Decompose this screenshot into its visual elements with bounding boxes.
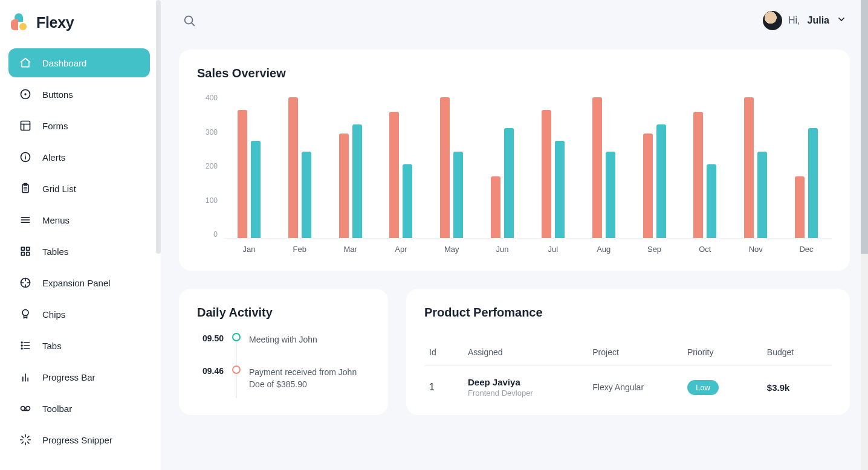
chart-bar-group — [730, 94, 781, 238]
chart-bar — [238, 110, 247, 238]
x-tick: Dec — [781, 245, 832, 254]
sidebar-item-label: Alerts — [42, 152, 65, 163]
activity-time: 09.46 — [197, 365, 224, 376]
chart-bar — [491, 176, 500, 238]
sidebar-item-label: Progress Snipper — [42, 435, 112, 445]
y-tick: 400 — [206, 94, 218, 102]
x-tick: Jan — [224, 245, 274, 254]
sidebar-item-expansion-panel[interactable]: Expansion Panel — [8, 268, 150, 297]
menu-icon — [19, 214, 31, 226]
sidebar-item-label: Progress Bar — [42, 372, 96, 382]
sidebar-scrollbar-thumb[interactable] — [156, 0, 161, 254]
user-menu[interactable]: Hi, Julia — [763, 11, 846, 30]
sidebar-item-tables[interactable]: Tables — [8, 237, 150, 266]
x-tick: Nov — [730, 245, 781, 254]
chart-bar — [453, 152, 463, 238]
col-project: Project — [592, 347, 682, 357]
col-budget: Budget — [767, 347, 827, 357]
chart-bar — [757, 152, 767, 238]
x-tick: Aug — [578, 245, 629, 254]
table-row: 1Deep JaviyaFrontend DevloperFlexy Angul… — [424, 366, 832, 398]
svg-rect-17 — [21, 253, 24, 256]
perf-table-body: 1Deep JaviyaFrontend DevloperFlexy Angul… — [424, 366, 832, 398]
svg-point-29 — [21, 345, 22, 346]
home-icon — [19, 57, 31, 69]
chart-bar — [808, 128, 818, 238]
svg-point-28 — [21, 342, 22, 343]
chart-bar — [389, 112, 399, 238]
activity-connector — [236, 343, 237, 365]
brand-name: Flexy — [36, 14, 74, 31]
x-tick: Oct — [679, 245, 730, 254]
info-icon — [19, 151, 31, 163]
activity-text: Payment received from John Doe of $385.9… — [249, 365, 364, 391]
brand-mark-icon — [11, 13, 29, 31]
sidebar: Flexy DashboardButtonsFormsAlertsGrid Li… — [0, 0, 161, 470]
brand-logo[interactable]: Flexy — [8, 8, 156, 48]
svg-point-34 — [21, 407, 25, 411]
chart-bar — [352, 124, 362, 238]
badge-icon — [19, 308, 31, 320]
svg-rect-15 — [21, 247, 24, 250]
sidebar-item-buttons[interactable]: Buttons — [8, 80, 150, 109]
x-tick: Mar — [325, 245, 376, 254]
sidebar-item-label: Forms — [42, 121, 68, 131]
chart-x-axis: JanFebMarAprMayJunJulAugSepOctNovDec — [224, 245, 832, 254]
sidebar-item-grid-list[interactable]: Grid List — [8, 174, 150, 203]
sidebar-item-chips[interactable]: Chips — [8, 300, 150, 329]
daily-activity-title: Daily Activity — [197, 306, 370, 320]
activity-dot-icon — [232, 365, 241, 374]
svg-line-43 — [22, 442, 23, 443]
chart-bar-group — [477, 94, 528, 238]
cell-assigned: Deep JaviyaFrontend Devloper — [468, 377, 588, 398]
voicemail-icon — [19, 402, 31, 414]
sidebar-item-label: Grid List — [42, 184, 76, 194]
activity-time: 09.50 — [197, 333, 224, 343]
activity-list: 09.50Meeting with John09.46Payment recei… — [197, 333, 370, 398]
y-tick: 100 — [206, 196, 218, 205]
sidebar-item-forms[interactable]: Forms — [8, 111, 150, 140]
col-priority: Priority — [687, 347, 762, 357]
chart-bar — [542, 110, 551, 238]
x-tick: Jul — [528, 245, 578, 254]
spinner-icon — [19, 434, 31, 446]
activity-dot-icon — [232, 333, 241, 341]
chart-bar — [288, 97, 298, 238]
sidebar-item-alerts[interactable]: Alerts — [8, 143, 150, 172]
sidebar-item-menus[interactable]: Menus — [8, 205, 150, 234]
sidebar-item-tabs[interactable]: Tabs — [8, 331, 150, 360]
assigned-name: Deep Javiya — [468, 377, 588, 387]
chart-plot-area: JanFebMarAprMayJunJulAugSepOctNovDec — [224, 94, 832, 254]
sidebar-item-label: Tables — [42, 246, 68, 257]
bar-icon — [19, 371, 31, 383]
sidebar-item-label: Dashboard — [42, 58, 86, 68]
chart-y-axis: 4003002001000 — [197, 94, 224, 239]
priority-chip: Low — [687, 380, 719, 395]
sidebar-item-label: Buttons — [42, 89, 73, 100]
sidebar-item-label: Menus — [42, 215, 70, 225]
x-tick: Apr — [375, 245, 426, 254]
content: Sales Overview 4003002001000 JanFebMarAp… — [161, 41, 868, 470]
product-performance-card: Product Perfomance Id Assigned Project P… — [406, 289, 850, 415]
daily-activity-card: Daily Activity 09.50Meeting with John09.… — [179, 289, 388, 415]
chart-bar — [693, 112, 703, 238]
chart-bar — [251, 141, 261, 238]
cell-priority: Low — [687, 380, 762, 395]
chart-bar — [403, 164, 412, 238]
chart-bar — [656, 124, 666, 238]
sidebar-item-dashboard[interactable]: Dashboard — [8, 48, 150, 77]
sidebar-item-progress-bar[interactable]: Progress Bar — [8, 362, 150, 391]
sidebar-item-label: Chips — [42, 309, 65, 320]
chart-bar-group — [578, 94, 629, 238]
x-tick: Feb — [274, 245, 325, 254]
sidebar-item-toolbar[interactable]: Toolbar — [8, 394, 150, 423]
sidebar-item-progress-snipper[interactable]: Progress Snipper — [8, 425, 150, 454]
svg-rect-16 — [27, 247, 30, 250]
chart-bar — [302, 152, 311, 238]
svg-point-24 — [22, 310, 28, 316]
product-performance-title: Product Perfomance — [424, 306, 832, 320]
layout-icon — [19, 120, 31, 132]
sidebar-item-label: Expansion Panel — [42, 278, 111, 288]
search-button[interactable] — [183, 14, 196, 27]
page-scrollbar-thumb[interactable] — [861, 0, 868, 254]
